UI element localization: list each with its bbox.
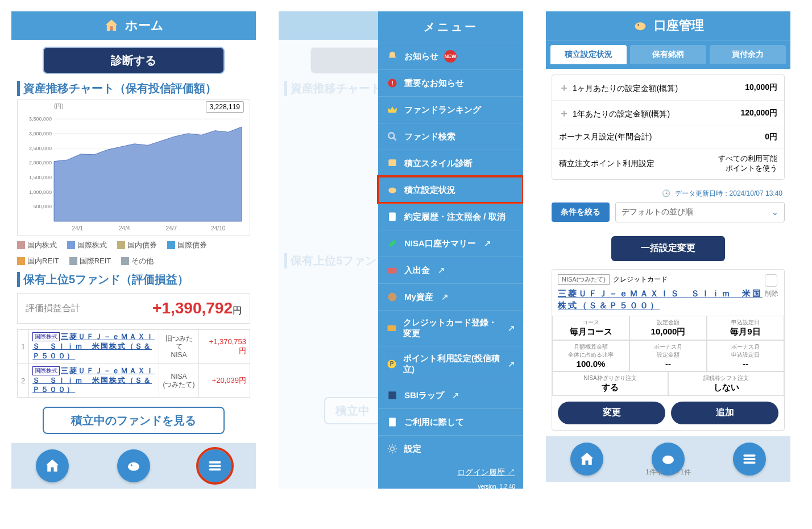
header-title: 口座管理 — [654, 17, 704, 34]
home-icon — [103, 18, 119, 34]
fund-name-link[interactable]: 三菱ＵＦＪ－ｅＭＡＸＩＳ Ｓｌｉｍ 米国株式（Ｓ＆Ｐ５００） — [558, 287, 765, 311]
menu-item-crown[interactable]: ファンドランキング — [378, 96, 523, 123]
menu-item-gear[interactable]: 設定 — [378, 435, 523, 462]
menu-item-piggy[interactable]: 積立設定状況 — [378, 176, 523, 203]
fund-detail-cell: ボーナス月設定金額-- — [629, 340, 707, 371]
menu-item-doc[interactable]: 約定履歴・注文照会 / 取消 — [378, 203, 523, 230]
leaf-icon — [386, 237, 399, 250]
bulk-change-button[interactable]: 一括設定変更 — [611, 236, 725, 261]
menu-item-exclaim[interactable]: ! 重要なお知らせ — [378, 69, 523, 96]
svg-point-38 — [637, 24, 639, 26]
fund-row[interactable]: 2 国際株式三菱ＵＦＪ－ｅＭＡＸＩＳ Ｓｌｉｍ 米国株式（Ｓ＆Ｐ５００） NIS… — [18, 363, 250, 398]
filter-button[interactable]: 条件を絞る — [552, 202, 610, 222]
tab-buying-power[interactable]: 買付余力 — [710, 45, 786, 64]
account-screen: 口座管理 積立設定状況 保有銘柄 買付余力 ＋1ヶ月あたりの設定金額(概算)10… — [546, 11, 790, 489]
expand-icon: ＋ — [559, 108, 569, 119]
menu-item-paper[interactable]: ご利用に際して — [378, 408, 523, 435]
asset-chart: (円) 3,228,119 500,0001,000,0001,500,0002… — [17, 100, 250, 235]
bell-icon — [386, 50, 399, 63]
svg-line-24 — [394, 138, 396, 140]
add-button[interactable]: 追加 — [671, 402, 778, 424]
menu-item-diagnose[interactable]: 積立スタイル診断 — [378, 150, 523, 176]
fund-detail-cell: 設定金額10,000円 — [629, 316, 707, 340]
change-button[interactable]: 変更 — [558, 402, 665, 424]
settings-row: 積立注文ポイント利用設定すべての利用可能ポイントを使う — [552, 148, 784, 179]
external-icon: ↗ — [452, 390, 459, 400]
fund-detail-cell: ボーナス月申込設定日-- — [707, 340, 784, 371]
chart-section-title: 資産推移チャート（保有投信評価額） — [17, 81, 250, 96]
sort-select[interactable]: デフォルトの並び順 ⌄ — [615, 202, 785, 222]
menu-item-card[interactable]: クレジットカード登録・変更 ↗ — [378, 310, 523, 346]
fund-detail-cell: 申込設定日毎月9日 — [707, 316, 784, 340]
nav-menu-button[interactable] — [198, 449, 231, 482]
menu-item-wallet[interactable]: 入出金 ↗ — [378, 257, 523, 283]
tabs: 積立設定状況 保有銘柄 買付余力 — [546, 40, 790, 69]
svg-text:!: ! — [391, 79, 393, 86]
menu-item-bell[interactable]: お知らせ NEW — [378, 43, 523, 69]
legend-item: 国際株式 — [67, 240, 107, 250]
fund-detail-cell: 課税枠シフト注文しない — [668, 371, 784, 396]
diagnose-button[interactable]: 診断する — [43, 47, 225, 74]
svg-point-37 — [635, 22, 646, 30]
external-icon: ↗ — [438, 265, 445, 275]
svg-point-23 — [388, 133, 394, 138]
menu-screen: 資産推移チャート 保有上位5ファン 積立中 メニュー お知らせ NEW! 重要な… — [279, 11, 523, 489]
external-icon: ↗ — [484, 238, 491, 249]
svg-text:24/4: 24/4 — [119, 225, 130, 232]
globe-icon — [386, 291, 399, 303]
fund-detail-cell: 月額概算金額全体に占める比率100.0% — [552, 340, 629, 371]
fund-row[interactable]: 1 国際株式三菱ＵＦＪ－ｅＭＡＸＩＳ Ｓｌｉｍ 米国株式（Ｓ＆Ｐ５００） 旧つみ… — [18, 330, 250, 364]
delete-label: 削除 — [765, 289, 778, 299]
svg-point-20 — [131, 465, 132, 466]
settings-row[interactable]: ＋1ヶ月あたりの設定金額(概算)10,000円 — [552, 75, 784, 101]
result-count: 1件中 1～1件 — [546, 462, 790, 483]
menu-item-point[interactable]: P ポイント利用設定(投信積立) ↗ — [378, 346, 523, 382]
slide-menu: メニュー お知らせ NEW! 重要なお知らせ ファンドランキング ファンド検索 … — [378, 11, 523, 489]
settings-summary: ＋1ヶ月あたりの設定金額(概算)10,000円＋1年あたりの設定金額(概算)12… — [552, 75, 785, 180]
wrap-icon — [386, 389, 399, 402]
doc-icon — [386, 210, 399, 223]
point-icon: P — [386, 358, 397, 370]
external-icon: ↗ — [441, 292, 449, 302]
pl-summary: 評価損益合計 +1,390,792円 — [17, 293, 250, 324]
version-label-1: version. 1.2.40 — [378, 483, 523, 489]
nav-account-button[interactable] — [117, 449, 150, 482]
menu-item-search[interactable]: ファンド検索 — [378, 123, 523, 150]
svg-rect-27 — [389, 213, 396, 221]
gear-icon — [386, 443, 399, 455]
crown-icon — [386, 104, 399, 116]
svg-text:2,000,000: 2,000,000 — [29, 160, 52, 166]
credit-card-label: クレジットカード — [613, 275, 668, 284]
menu-item-wrap[interactable]: SBIラップ ↗ — [378, 382, 523, 408]
menu-item-globe[interactable]: My資産 ↗ — [378, 283, 523, 310]
settings-row: ボーナス月設定(年間合計)0円 — [552, 126, 784, 148]
legend-item: 国際REIT — [69, 256, 111, 266]
menu-title: メニュー — [378, 11, 523, 43]
paper-icon — [386, 416, 399, 428]
svg-rect-30 — [388, 325, 396, 331]
svg-text:1,500,000: 1,500,000 — [29, 175, 52, 180]
tab-holdings[interactable]: 保有銘柄 — [630, 45, 706, 64]
svg-rect-25 — [388, 159, 396, 166]
view-installments-button[interactable]: 積立中のファンドを見る — [43, 407, 225, 434]
login-history-link[interactable]: ログイン履歴 ↗ — [378, 462, 523, 483]
piggy-icon — [386, 184, 399, 196]
svg-point-35 — [391, 447, 395, 451]
menu-item-leaf[interactable]: NISA口座サマリー ↗ — [378, 230, 523, 257]
tab-installment-status[interactable]: 積立設定状況 — [550, 45, 627, 64]
bottom-nav — [11, 443, 256, 489]
svg-rect-0 — [110, 26, 113, 30]
svg-text:2,500,000: 2,500,000 — [29, 146, 52, 151]
search-icon — [386, 130, 399, 143]
svg-rect-28 — [388, 268, 397, 274]
home-screen: ホーム 診断する 資産推移チャート（保有投信評価額） (円) 3,228,119… — [11, 11, 256, 489]
svg-text:3,500,000: 3,500,000 — [29, 116, 52, 122]
svg-rect-33 — [388, 391, 396, 399]
svg-text:500,000: 500,000 — [33, 204, 52, 209]
nav-home-button[interactable] — [36, 449, 69, 482]
delete-checkbox[interactable] — [765, 274, 777, 287]
svg-point-26 — [388, 188, 396, 193]
settings-row[interactable]: ＋1年あたりの設定金額(概算)120,000円 — [552, 101, 784, 126]
diagnose-icon — [386, 157, 399, 170]
card-icon — [386, 322, 397, 334]
